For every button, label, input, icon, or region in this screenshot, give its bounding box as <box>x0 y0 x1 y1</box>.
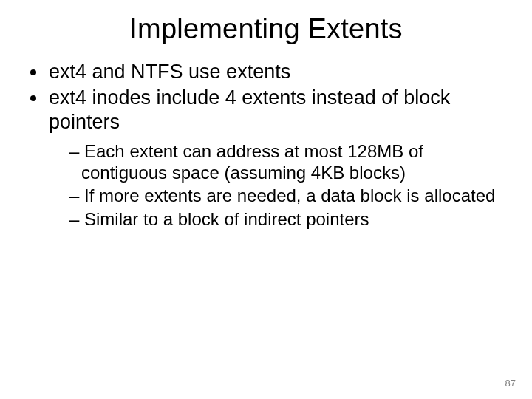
bullet-text: ext4 inodes include 4 extents instead of… <box>49 86 450 133</box>
bullet-item: ext4 and NTFS use extents <box>47 60 502 84</box>
slide: Implementing Extents ext4 and NTFS use e… <box>0 0 532 399</box>
sub-bullet-item: Similar to a block of indirect pointers <box>69 208 502 230</box>
slide-title: Implementing Extents <box>30 13 502 45</box>
sub-bullet-item: If more extents are needed, a data block… <box>69 185 502 206</box>
bullet-item: ext4 inodes include 4 extents instead of… <box>47 86 502 230</box>
bullet-list-level1: ext4 and NTFS use extents ext4 inodes in… <box>30 60 502 230</box>
sub-bullet-item: Each extent can address at most 128MB of… <box>69 140 502 184</box>
bullet-list-level2: Each extent can address at most 128MB of… <box>49 140 502 230</box>
page-number: 87 <box>505 378 516 389</box>
